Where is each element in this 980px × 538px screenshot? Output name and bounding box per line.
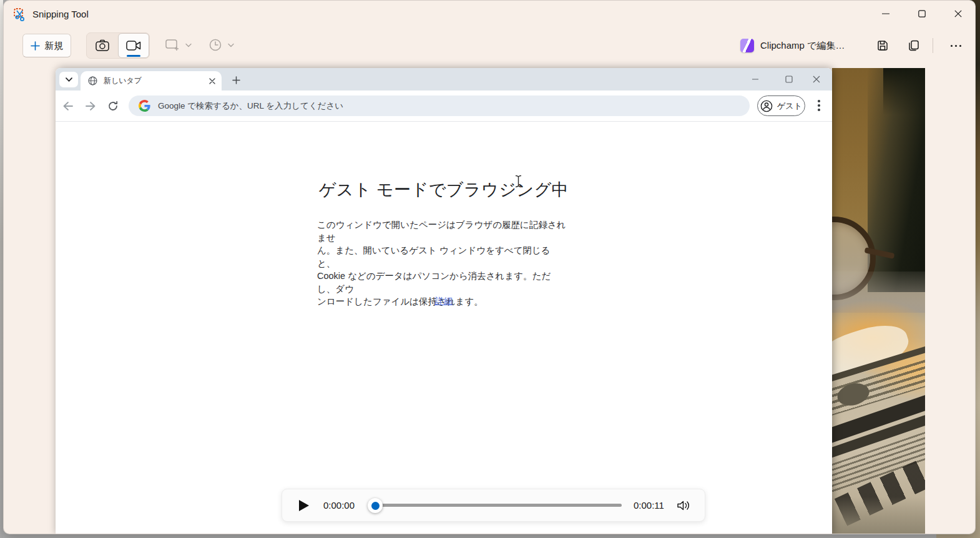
guest-profile-label: ゲスト: [777, 100, 802, 112]
kebab-menu-icon[interactable]: [811, 97, 827, 114]
tab-search-button[interactable]: [59, 72, 78, 87]
chrome-close-button[interactable]: [811, 74, 822, 85]
address-bar[interactable]: Google で検索するか、URL を入力してください: [129, 95, 750, 116]
details-link[interactable]: 詳細: [435, 296, 453, 306]
delay-clock-icon: [208, 38, 222, 52]
details-link-row: 詳細: [56, 295, 832, 307]
address-placeholder: Google で検索するか、URL を入力してください: [158, 100, 343, 112]
tab-title: 新しいタブ: [104, 76, 209, 86]
playback-controls: 0:00:00 0:00:11: [282, 489, 705, 522]
seek-thumb[interactable]: [368, 498, 383, 513]
toolbar: 新規: [4, 31, 975, 62]
selected-mode-indicator: [127, 55, 140, 57]
capture-mode-toggle: [86, 32, 150, 59]
snip-delay-dropdown[interactable]: [208, 36, 234, 54]
chevron-down-icon: [185, 43, 192, 47]
forward-arrow-icon[interactable]: [84, 100, 97, 112]
more-ellipsis-icon: [951, 45, 953, 47]
new-capture-button[interactable]: 新規: [22, 34, 71, 57]
photo-camera-icon: [95, 39, 110, 52]
chevron-down-icon: [228, 43, 234, 47]
snipping-scissors-icon: [14, 8, 27, 22]
app-title: Snipping Tool: [32, 9, 89, 19]
maximize-button[interactable]: [908, 1, 936, 27]
volume-icon: [677, 499, 692, 512]
edit-in-clipchamp-button[interactable]: Clipchamp で編集…: [740, 35, 845, 56]
active-tab[interactable]: 新しいタブ: [81, 71, 222, 90]
duration-time: 0:00:11: [634, 500, 664, 511]
page-description: このウィンドウで開いたページはブラウザの履歴に記録されませ ん。また、開いている…: [317, 218, 567, 308]
snip-shape-dropdown[interactable]: [165, 36, 192, 54]
toolbar-divider: [933, 38, 933, 53]
page-title: ゲスト モードでブラウジング中: [56, 179, 832, 201]
chrome-minimize-button[interactable]: [750, 74, 761, 85]
video-camera-icon: [125, 39, 142, 52]
plus-icon: [31, 41, 40, 51]
video-preview[interactable]: 新しいタブ: [56, 68, 925, 534]
play-icon: [299, 500, 309, 511]
title-bar: Snipping Tool: [4, 1, 975, 29]
video-mode-button[interactable]: [118, 33, 149, 58]
reload-icon[interactable]: [107, 100, 119, 112]
snipping-tool-window: Snipping Tool 新規: [3, 0, 976, 534]
more-options-button[interactable]: [943, 35, 968, 56]
play-button[interactable]: [295, 497, 313, 514]
new-capture-label: 新規: [45, 40, 64, 52]
tab-close-icon[interactable]: [209, 78, 215, 84]
clipchamp-icon: [740, 39, 754, 52]
guest-person-icon: [760, 100, 773, 112]
globe-icon: [88, 76, 97, 86]
guest-mode-page: ゲスト モードでブラウジング中 このウィンドウで開いたページはブラウザの履歴に記…: [56, 122, 832, 534]
photo-mode-button[interactable]: [87, 33, 118, 58]
tab-strip: 新しいタブ: [56, 68, 832, 90]
seek-bar[interactable]: [370, 504, 622, 507]
minimize-button[interactable]: [871, 1, 900, 27]
copy-button[interactable]: [903, 35, 925, 56]
browser-nav-bar: Google で検索するか、URL を入力してください ゲスト: [56, 90, 832, 122]
chrome-maximize-button[interactable]: [783, 74, 795, 85]
save-button[interactable]: [871, 35, 894, 56]
current-time: 0:00:00: [323, 500, 355, 511]
close-button[interactable]: [944, 1, 973, 27]
clipchamp-label: Clipchamp で編集…: [760, 40, 845, 52]
recorded-chrome-window: 新しいタブ: [56, 68, 832, 534]
guest-profile-button[interactable]: ゲスト: [757, 95, 805, 116]
volume-button[interactable]: [675, 498, 693, 513]
google-g-icon: [139, 100, 150, 112]
ibeam-cursor: [515, 175, 522, 188]
region-select-icon: [165, 38, 180, 52]
new-tab-button[interactable]: [228, 74, 244, 86]
back-arrow-icon[interactable]: [62, 100, 74, 112]
recorded-desktop-wallpaper: [832, 68, 925, 534]
